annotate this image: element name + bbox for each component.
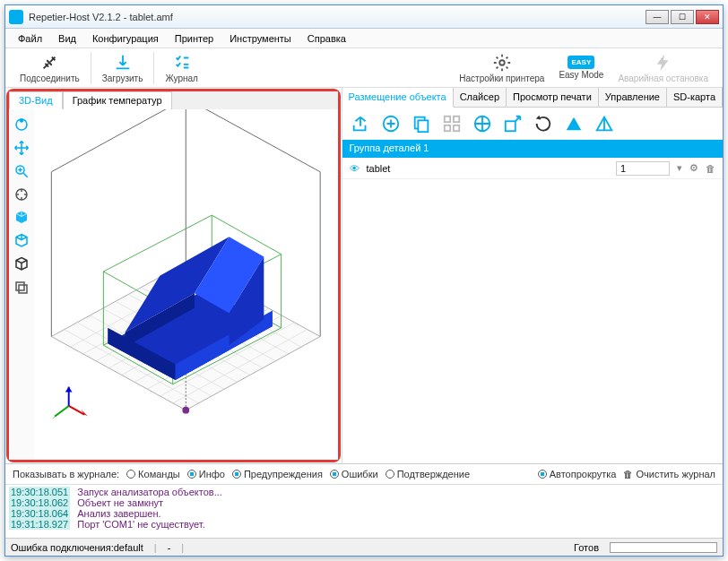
svg-rect-50	[453, 116, 458, 121]
triangle-solid-icon	[564, 114, 584, 134]
view-tabs: 3D-Вид График температур	[9, 91, 338, 109]
move-icon	[13, 140, 30, 156]
svg-rect-54	[505, 121, 515, 131]
load-button[interactable]: Загрузить	[95, 51, 151, 85]
menu-config[interactable]: Конфигурация	[85, 30, 166, 47]
grid-icon	[442, 114, 462, 134]
scale-icon	[503, 114, 523, 134]
copy-button[interactable]	[411, 113, 432, 134]
svg-rect-6	[19, 285, 27, 293]
visibility-toggle[interactable]: 👁	[350, 163, 360, 174]
move-view-button[interactable]	[12, 138, 31, 158]
front-view-button[interactable]	[12, 231, 31, 251]
export-button[interactable]	[350, 113, 371, 134]
rotate-view-button[interactable]	[12, 115, 31, 134]
scale-button[interactable]	[502, 113, 524, 134]
emergency-stop-button[interactable]: Аварийная остановка	[611, 51, 715, 85]
filter-errors[interactable]: Ошибки	[330, 469, 378, 479]
connect-button[interactable]: Подсоединить	[13, 51, 87, 85]
3d-toolbar	[9, 109, 34, 460]
parallel-button[interactable]	[12, 278, 31, 298]
iso-view-button[interactable]	[12, 208, 31, 228]
zoom-icon	[13, 163, 30, 179]
placement-toolbar	[342, 108, 724, 140]
tab-preview[interactable]: Просмотр печати	[507, 88, 599, 107]
object-name: tablet	[367, 163, 610, 174]
delete-object-button[interactable]: 🗑	[706, 163, 715, 174]
svg-point-0	[499, 60, 505, 65]
filter-warnings[interactable]: Предупреждения	[232, 469, 323, 479]
rotate-icon	[533, 114, 553, 134]
group-header: Группа деталей 1	[342, 140, 724, 158]
add-button[interactable]	[380, 113, 402, 134]
titlebar: Repetier-Host V2.1.2 - tablet.amf — ☐ ✕	[5, 5, 723, 29]
object-row[interactable]: 👁 tablet ▾ ⚙ 🗑	[342, 158, 724, 179]
svg-marker-45	[65, 387, 73, 393]
autoscroll-toggle[interactable]: Автопрокрутка	[538, 469, 617, 479]
rotate-button[interactable]	[533, 113, 554, 134]
log-section: Показывать в журнале: Команды Инфо Преду…	[5, 463, 723, 538]
menu-help[interactable]: Справка	[300, 30, 353, 47]
printer-settings-button[interactable]: Настройки принтера	[452, 51, 551, 85]
plus-circle-icon	[381, 114, 401, 134]
maximize-button[interactable]: ☐	[671, 10, 694, 24]
fit-button[interactable]	[12, 185, 31, 204]
export-icon	[351, 114, 370, 134]
log-body[interactable]: 19:30:18.051Запуск анализатора объектов.…	[5, 484, 723, 538]
easy-mode-button[interactable]: EASY Easy Mode	[551, 54, 611, 82]
menu-printer[interactable]: Принтер	[168, 30, 221, 47]
svg-rect-49	[444, 116, 449, 121]
right-pane: Размещение объекта Слайсер Просмотр печа…	[342, 88, 724, 463]
tab-placement[interactable]: Размещение объекта	[342, 88, 454, 108]
svg-line-42	[55, 406, 68, 417]
orbit-icon	[13, 117, 30, 133]
menu-file[interactable]: Файл	[11, 30, 49, 47]
mirror-h-button[interactable]	[594, 113, 615, 134]
cube-outline-icon	[13, 256, 30, 272]
tab-control[interactable]: Управление	[599, 88, 667, 107]
tab-sdcard[interactable]: SD-карта	[667, 88, 723, 107]
minimize-button[interactable]: —	[646, 10, 669, 24]
list-icon	[172, 53, 192, 73]
copies-input[interactable]	[616, 161, 670, 176]
log-header: Показывать в журнале: Команды Инфо Преду…	[5, 464, 723, 484]
filter-info[interactable]: Инфо	[187, 469, 225, 479]
tab-temperature[interactable]: График температур	[63, 91, 172, 109]
journal-button[interactable]: Журнал	[158, 51, 205, 85]
filter-commands[interactable]: Команды	[126, 469, 180, 479]
easy-badge: EASY	[568, 56, 594, 69]
log-label: Показывать в журнале:	[13, 469, 119, 479]
svg-rect-52	[453, 125, 458, 130]
close-button[interactable]: ✕	[696, 10, 719, 24]
tab-slicer[interactable]: Слайсер	[454, 88, 507, 107]
cube-icon	[13, 210, 30, 226]
status-connection: Ошибка подключения:default	[11, 542, 143, 553]
clear-log-button[interactable]: 🗑 Очистить журнал	[623, 469, 715, 479]
filter-ack[interactable]: Подтверждение	[386, 469, 470, 479]
bolt-icon	[654, 53, 673, 73]
3d-canvas[interactable]	[34, 109, 338, 460]
status-ready: Готов	[574, 542, 599, 553]
center-icon	[472, 114, 492, 134]
zoom-button[interactable]	[12, 161, 31, 181]
menubar: Файл Вид Конфигурация Принтер Инструмент…	[5, 29, 723, 48]
object-settings-button[interactable]: ⚙	[689, 162, 698, 174]
arrange-button[interactable]	[441, 113, 463, 134]
svg-rect-48	[418, 120, 428, 132]
tab-3d-view[interactable]: 3D-Вид	[9, 91, 63, 109]
svg-point-39	[182, 407, 189, 414]
svg-rect-51	[444, 125, 449, 130]
window-title: Repetier-Host V2.1.2 - tablet.amf	[29, 12, 646, 22]
svg-line-40	[69, 406, 84, 415]
progress-bar	[610, 542, 717, 553]
svg-point-2	[20, 118, 24, 123]
dropdown-icon[interactable]: ▾	[677, 162, 682, 174]
plug-icon	[39, 53, 59, 73]
mirror-v-button[interactable]	[563, 113, 585, 134]
content-area: 3D-Вид График температур	[5, 88, 723, 463]
top-view-button[interactable]	[12, 255, 31, 274]
menu-tools[interactable]: Инструменты	[222, 30, 299, 47]
download-icon	[113, 53, 133, 73]
center-button[interactable]	[472, 113, 493, 134]
menu-view[interactable]: Вид	[51, 30, 83, 47]
